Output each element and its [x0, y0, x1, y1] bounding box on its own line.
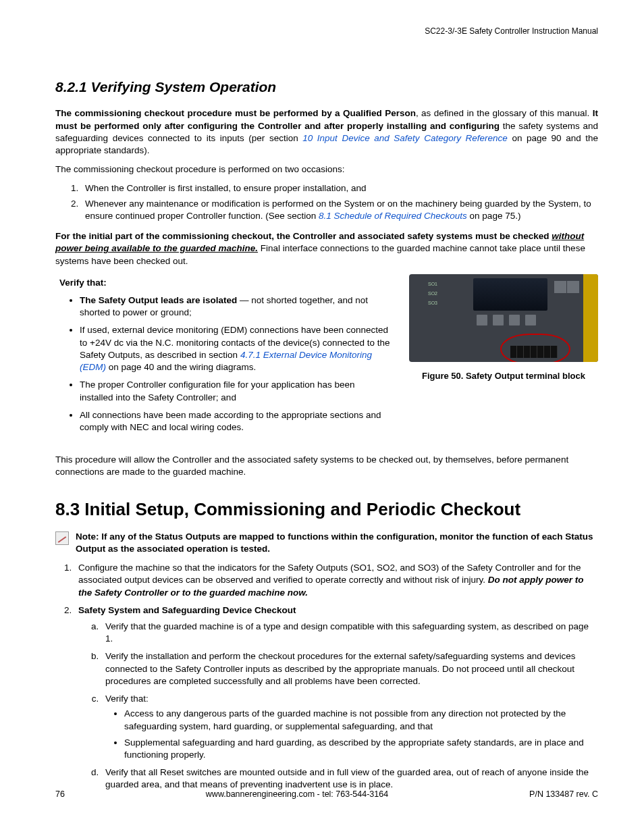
occasions-list: When the Controller is first installed, …	[55, 182, 598, 222]
list-item: The Safety Output leads are isolated — n…	[80, 294, 390, 319]
paragraph-initial-checkout: For the initial part of the commissionin…	[55, 230, 598, 267]
page-number: 76	[55, 789, 65, 800]
note-icon	[55, 531, 69, 545]
callout-circle-icon	[500, 334, 570, 362]
text-bold: For the initial part of the commissionin…	[55, 231, 552, 241]
list-item: Safety System and Safeguarding Device Ch…	[74, 604, 598, 791]
list-item: Supplemental safeguarding and hard guard…	[124, 737, 598, 761]
verify-heading: Verify that:	[59, 277, 390, 289]
list-item: Verify that the guarded machine is of a …	[101, 621, 598, 645]
paragraph-intro-2: The commissioning checkout procedure is …	[55, 163, 598, 176]
list-item: If used, external device monitoring (EDM…	[80, 324, 390, 373]
document-header: SC22-3/-3E Safety Controller Instruction…	[425, 26, 598, 36]
text: Verify that:	[105, 694, 149, 704]
step-2c-bullets: Access to any dangerous parts of the gua…	[105, 708, 598, 761]
list-item: Verify that: Access to any dangerous par…	[101, 693, 598, 761]
figure-50-image: SO1 SO2 SO3	[409, 274, 598, 362]
paragraph-procedure-note: This procedure will allow the Controller…	[55, 454, 598, 478]
list-item: Verify the installation and perform the …	[101, 650, 598, 687]
link-section-8-1[interactable]: 8.1 Schedule of Required Checkouts	[319, 211, 467, 221]
step-2-sublist: Verify that the guarded machine is of a …	[78, 621, 598, 791]
step-2-heading: Safety System and Safeguarding Device Ch…	[78, 605, 296, 615]
verify-list: The Safety Output leads are isolated — n…	[55, 294, 390, 434]
led-label-so1: SO1	[428, 281, 437, 287]
list-item: Configure the machine so that the indica…	[74, 562, 598, 599]
link-section-10[interactable]: 10 Input Device and Safety Category Refe…	[302, 133, 508, 143]
list-item: Access to any dangerous parts of the gua…	[124, 708, 598, 732]
heading-8-3: 8.3 Initial Setup, Commissioning and Per…	[55, 498, 598, 521]
led-label-so3: SO3	[428, 300, 437, 306]
note-text: Note: If any of the Status Outputs are m…	[76, 531, 598, 555]
list-item: The proper Controller configuration file…	[80, 379, 390, 403]
footer-pn: P/N 133487 rev. C	[529, 789, 598, 800]
text-bold: The Safety Output leads are isolated	[80, 295, 237, 305]
footer-contact: www.bannerengineering.com - tel: 763-544…	[206, 789, 388, 800]
list-item: Whenever any maintenance or modification…	[81, 198, 598, 222]
text: on page 40 and the wiring diagrams.	[106, 362, 256, 372]
list-item: All connections have been made according…	[80, 409, 390, 434]
paragraph-intro-1: The commissioning checkout procedure mus…	[55, 107, 598, 157]
list-item: Verify that all Reset switches are mount…	[101, 766, 598, 791]
list-item: When the Controller is first installed, …	[81, 182, 598, 194]
text-bold: The commissioning checkout procedure mus…	[55, 108, 416, 118]
text: on page 75.)	[467, 211, 521, 221]
text: , as defined in the glossary of this man…	[416, 108, 593, 118]
led-label-so2: SO2	[428, 290, 437, 296]
checkout-steps-list: Configure the machine so that the indica…	[55, 562, 598, 791]
figure-50-caption: Figure 50. Safety Output terminal block	[409, 370, 598, 382]
heading-8-2-1: 8.2.1 Verifying System Operation	[55, 78, 598, 97]
